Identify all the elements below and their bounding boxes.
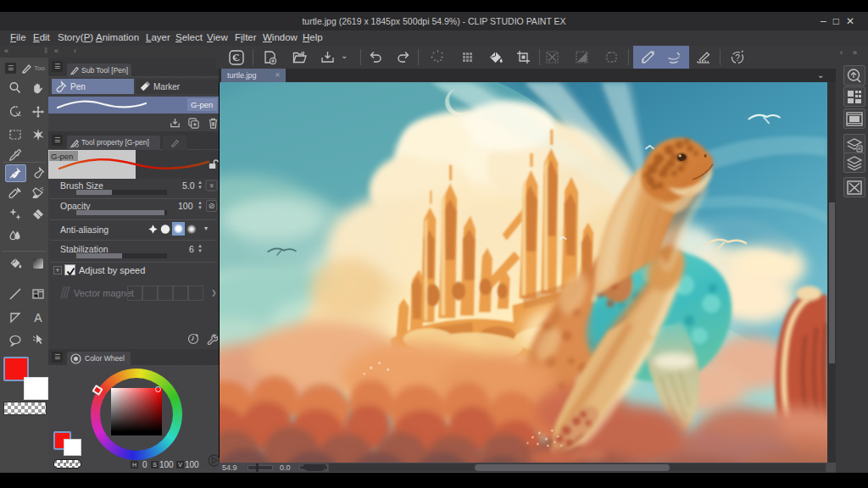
svg-text:?: ? <box>735 53 740 63</box>
svg-text:A: A <box>34 311 42 324</box>
